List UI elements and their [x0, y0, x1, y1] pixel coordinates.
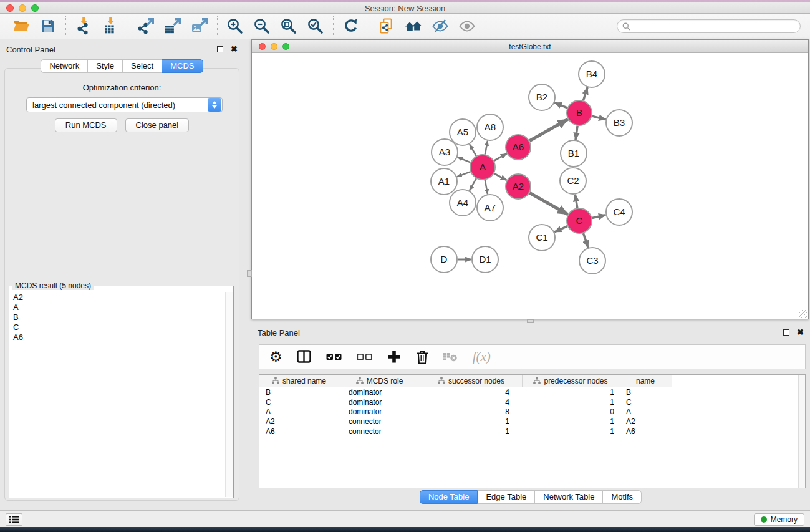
graph-node-C3[interactable]: C3 — [579, 248, 605, 274]
split-columns-icon[interactable] — [297, 350, 312, 364]
graph-node-A4[interactable]: A4 — [450, 190, 476, 216]
graph-node-A3[interactable]: A3 — [432, 139, 458, 165]
zoom-out-icon[interactable] — [253, 17, 271, 36]
column-header-name[interactable]: name — [619, 375, 672, 387]
network-canvas[interactable]: B4B2BB3A8A5A6A3B1AA1C2A2A4A7C4CC1C3DD1 — [253, 54, 808, 318]
graph-node-D[interactable]: D — [431, 246, 457, 273]
float-table-panel-icon[interactable] — [783, 329, 789, 336]
mcds-result-item[interactable]: A6 — [11, 332, 224, 342]
delete-column-icon[interactable] — [415, 350, 429, 364]
zoom-selected-icon[interactable] — [306, 17, 325, 36]
select-all-columns-icon[interactable] — [326, 351, 342, 363]
mcds-result-item[interactable]: A — [11, 302, 224, 312]
zoom-fit-icon[interactable] — [279, 17, 298, 36]
close-table-panel-icon[interactable]: ✖ — [797, 329, 804, 336]
graph-node-B4[interactable]: B4 — [579, 61, 605, 87]
graph-node-A2[interactable]: A2 — [506, 174, 531, 199]
mcds-result-item[interactable]: B — [11, 312, 224, 322]
table-row[interactable]: Cdominator41C — [259, 397, 805, 407]
close-panel-button[interactable]: Close panel — [125, 118, 190, 132]
graph-edge[interactable] — [458, 157, 471, 162]
table-row[interactable]: A2connector11A2 — [259, 417, 805, 427]
first-neighbors-icon[interactable] — [404, 17, 423, 36]
graph-node-B2[interactable]: B2 — [529, 84, 555, 110]
mcds-result-item[interactable]: A2 — [11, 293, 224, 302]
graph-edge[interactable] — [457, 172, 471, 177]
criterion-dropdown[interactable]: largest connected component (directed) — [26, 97, 223, 112]
graph-node-D1[interactable]: D1 — [472, 246, 498, 273]
graph-edge[interactable] — [485, 141, 488, 155]
tab-edge-table[interactable]: Edge Table — [477, 490, 535, 504]
export-network-icon[interactable] — [137, 17, 155, 36]
graph-edge[interactable] — [470, 144, 476, 156]
network-window-titlebar[interactable]: testGlobe.txt — [252, 40, 808, 53]
import-network-icon[interactable] — [74, 17, 93, 36]
table-scrollbar[interactable] — [798, 375, 805, 488]
export-table-icon[interactable] — [163, 17, 182, 36]
tab-network[interactable]: Network — [41, 59, 88, 73]
tab-select[interactable]: Select — [122, 59, 162, 73]
refresh-icon[interactable] — [342, 17, 360, 36]
table-row[interactable]: Bdominator41B — [259, 387, 805, 397]
graph-edge[interactable] — [575, 195, 577, 208]
column-header-MCDS-role[interactable]: MCDS role — [339, 375, 420, 387]
graph-edge[interactable] — [485, 180, 488, 195]
search-box[interactable] — [617, 19, 801, 33]
graph-node-C2[interactable]: C2 — [560, 168, 586, 194]
graph-edge[interactable] — [529, 119, 567, 140]
tab-motifs[interactable]: Motifs — [602, 490, 642, 504]
save-session-icon[interactable] — [39, 17, 57, 36]
column-header-successor-nodes[interactable]: successor nodes — [420, 375, 523, 387]
duplicate-network-icon[interactable] — [377, 17, 396, 36]
run-mcds-button[interactable]: Run MCDS — [55, 118, 117, 132]
open-file-icon[interactable] — [12, 17, 31, 36]
graph-edge[interactable] — [592, 116, 605, 120]
graph-node-A1[interactable]: A1 — [431, 168, 457, 195]
search-input[interactable] — [634, 22, 795, 31]
float-panel-icon[interactable] — [217, 46, 223, 52]
graph-node-C[interactable]: C — [567, 208, 592, 233]
memory-button[interactable]: Memory — [754, 513, 804, 526]
graph-node-A[interactable]: A — [470, 155, 495, 180]
graph-edge[interactable] — [584, 233, 589, 248]
table-row[interactable]: Adominator80A — [259, 407, 805, 417]
graph-edge[interactable] — [494, 173, 506, 180]
graph-edge[interactable] — [494, 153, 506, 160]
graph-edge[interactable] — [592, 215, 606, 218]
table-row[interactable]: A6connector11A6 — [259, 427, 805, 437]
hide-selected-icon[interactable] — [431, 17, 450, 36]
vertical-splitter-thumb[interactable] — [247, 270, 252, 277]
zoom-in-icon[interactable] — [226, 17, 244, 36]
graph-node-A5[interactable]: A5 — [450, 119, 476, 145]
tab-node-table[interactable]: Node Table — [420, 490, 478, 504]
graph-edge[interactable] — [576, 126, 577, 140]
tab-style[interactable]: Style — [87, 59, 123, 73]
graph-node-A8[interactable]: A8 — [477, 114, 503, 140]
import-table-icon[interactable] — [101, 17, 120, 36]
graph-node-B1[interactable]: B1 — [561, 140, 587, 167]
column-header-shared-name[interactable]: shared name — [259, 375, 339, 387]
graph-edge[interactable] — [583, 87, 587, 100]
graph-node-C4[interactable]: C4 — [606, 199, 632, 225]
close-panel-icon[interactable]: ✖ — [231, 46, 238, 52]
window-resize-grip[interactable] — [799, 310, 808, 318]
graph-node-C1[interactable]: C1 — [529, 225, 555, 251]
task-history-button[interactable] — [6, 513, 22, 526]
tab-mcds[interactable]: MCDS — [162, 59, 203, 73]
export-image-icon[interactable] — [190, 17, 209, 36]
gear-icon[interactable]: ⚙ — [269, 350, 282, 364]
graph-node-B3[interactable]: B3 — [606, 110, 632, 136]
graph-edge[interactable] — [554, 103, 567, 108]
add-column-icon[interactable] — [387, 350, 401, 364]
mcds-result-scrollbar[interactable] — [225, 292, 233, 497]
tab-network-table[interactable]: Network Table — [534, 490, 603, 504]
graph-edge[interactable] — [470, 178, 476, 191]
graph-edge[interactable] — [529, 193, 567, 214]
column-header-predecessor-nodes[interactable]: predecessor nodes — [523, 375, 619, 387]
show-all-icon[interactable] — [458, 17, 476, 36]
graph-node-B[interactable]: B — [567, 100, 592, 125]
mcds-result-item[interactable]: C — [11, 322, 224, 332]
graph-edge[interactable] — [554, 226, 567, 232]
graph-node-A6[interactable]: A6 — [506, 135, 531, 160]
deselect-all-columns-icon[interactable] — [357, 351, 373, 363]
